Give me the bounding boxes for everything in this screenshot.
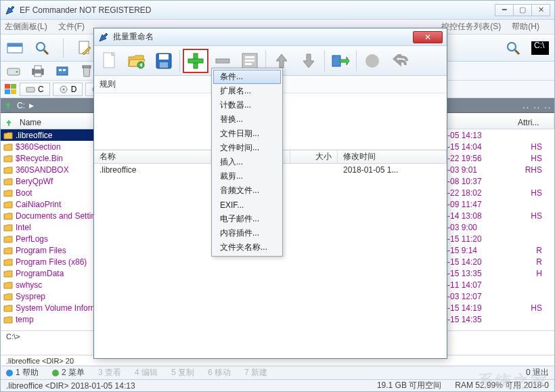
trash-icon[interactable] bbox=[79, 64, 94, 79]
edit-icon[interactable] bbox=[76, 39, 93, 57]
list-item[interactable]: System Volume Inform bbox=[1, 302, 109, 313]
close-button[interactable]: ✕ bbox=[531, 4, 550, 16]
add-rule-button[interactable] bbox=[183, 49, 208, 73]
list-item[interactable]: PerfLogs bbox=[1, 233, 109, 244]
app-icon bbox=[5, 5, 16, 16]
file-time: -09 11:47 bbox=[447, 200, 503, 209]
list-item[interactable]: -05 14:13 bbox=[447, 129, 554, 141]
find-icon[interactable] bbox=[504, 39, 522, 57]
file-name: Program Files (x86) bbox=[16, 257, 87, 267]
list-item[interactable]: -15 11:20 bbox=[447, 233, 554, 244]
list-item[interactable]: $Recycle.Bin bbox=[1, 152, 109, 164]
fn-menu[interactable]: 2 菜单 bbox=[52, 367, 85, 378]
list-item[interactable]: 360SANDBOX bbox=[1, 164, 109, 175]
dialog-close-button[interactable]: ✕ bbox=[413, 31, 443, 43]
list-item[interactable]: -22 19:56HS bbox=[447, 152, 554, 164]
dropdown-item[interactable]: 扩展名... bbox=[213, 84, 281, 98]
dropdown-item[interactable]: EXIF... bbox=[213, 198, 281, 212]
list-item[interactable]: temp bbox=[1, 313, 109, 325]
list-item[interactable]: swhysc bbox=[1, 279, 109, 290]
dropdown-item[interactable]: 替换... bbox=[213, 112, 281, 127]
file-name: Intel bbox=[16, 223, 31, 232]
menu-tasks[interactable]: 控控任务列表(S) bbox=[441, 21, 501, 32]
path-dots[interactable]: .. .. .. bbox=[523, 101, 552, 110]
list-item[interactable]: $360Section bbox=[1, 141, 109, 152]
column-attr[interactable]: Attri... bbox=[514, 116, 554, 129]
toolbar-separator bbox=[356, 50, 357, 72]
dropdown-item[interactable]: 音频文件... bbox=[213, 183, 281, 198]
menu-left-panel[interactable]: 左侧面板(L) bbox=[5, 21, 47, 32]
preview-col-date[interactable]: 修改时间 bbox=[338, 150, 447, 163]
list-item[interactable]: -14 13:08HS bbox=[447, 210, 554, 221]
list-item[interactable]: ProgramData bbox=[1, 267, 109, 279]
windows-icon[interactable] bbox=[5, 84, 17, 95]
fn-move[interactable]: 6 移动 bbox=[208, 367, 231, 378]
list-item[interactable]: .libreoffice bbox=[1, 129, 109, 141]
list-item[interactable]: -03 9:01RHS bbox=[447, 164, 554, 175]
minimize-button[interactable]: ━ bbox=[495, 4, 514, 16]
printer-icon[interactable] bbox=[30, 64, 45, 79]
module-icon[interactable] bbox=[55, 64, 70, 79]
maximize-button[interactable]: ▢ bbox=[513, 4, 532, 16]
list-item[interactable]: -15 14:35 bbox=[447, 313, 554, 325]
save-icon[interactable] bbox=[151, 49, 177, 73]
current-path[interactable]: C: bbox=[17, 101, 25, 110]
list-item[interactable]: -15 14:04HS bbox=[447, 141, 554, 152]
menu-file[interactable]: 文件(F) bbox=[58, 21, 85, 32]
list-item[interactable]: -03 12:07 bbox=[447, 290, 554, 302]
fn-help[interactable]: 1 帮助 bbox=[6, 367, 39, 378]
list-item[interactable]: -15 13:35H bbox=[447, 267, 554, 279]
fn-copy[interactable]: 5 复制 bbox=[171, 367, 194, 378]
list-item[interactable]: -15 9:14R bbox=[447, 244, 554, 256]
dropdown-item[interactable]: 文件时间... bbox=[213, 141, 281, 155]
list-item[interactable]: CaiNiaoPrint bbox=[1, 198, 109, 210]
up-arrow-icon[interactable] bbox=[3, 101, 13, 110]
run-icon[interactable] bbox=[328, 49, 353, 73]
open-folder-icon[interactable] bbox=[124, 49, 150, 73]
svg-rect-22 bbox=[26, 87, 35, 92]
list-item[interactable]: Boot bbox=[1, 187, 109, 198]
list-item[interactable]: -03 9:00 bbox=[447, 221, 554, 233]
fn-exit[interactable]: 0 退出 bbox=[526, 367, 549, 378]
fn-new[interactable]: 7 新建 bbox=[244, 367, 267, 378]
drive-d-button[interactable]: D bbox=[53, 83, 83, 96]
list-item[interactable]: Program Files bbox=[1, 244, 109, 256]
fn-edit[interactable]: 4 编辑 bbox=[135, 367, 158, 378]
fn-view[interactable]: 3 查看 bbox=[98, 367, 121, 378]
left-file-list[interactable]: .libreoffice$360Section$Recycle.Bin360SA… bbox=[1, 129, 109, 355]
file-name: System Volume Inform bbox=[16, 303, 97, 313]
add-rule-dropdown[interactable]: 条件...扩展名...计数器...替换...文件日期...文件时间...插入..… bbox=[211, 68, 283, 257]
drive-c-button[interactable]: C bbox=[20, 83, 50, 96]
up-icon[interactable] bbox=[5, 118, 13, 127]
drive-icon[interactable] bbox=[6, 64, 21, 79]
svg-point-5 bbox=[508, 43, 516, 51]
list-item[interactable]: -08 10:37 bbox=[447, 175, 554, 187]
new-doc-icon[interactable] bbox=[97, 49, 123, 73]
list-item[interactable]: -11 14:07 bbox=[447, 279, 554, 290]
search-icon[interactable] bbox=[33, 39, 51, 57]
dropdown-item[interactable]: 条件... bbox=[213, 70, 281, 84]
right-details-list[interactable]: -05 14:13-15 14:04HS-22 19:56HS-03 9:01R… bbox=[447, 129, 554, 355]
list-item[interactable]: Sysprep bbox=[1, 290, 109, 302]
list-item[interactable]: -15 14:19HS bbox=[447, 302, 554, 313]
list-item[interactable]: -09 11:47 bbox=[447, 198, 554, 210]
preview-col-size[interactable]: 大小 bbox=[290, 150, 338, 163]
terminal-icon[interactable]: C:\ bbox=[531, 39, 549, 57]
dropdown-item[interactable]: 插入... bbox=[213, 155, 281, 169]
list-item[interactable]: Program Files (x86) bbox=[1, 256, 109, 267]
list-item[interactable]: BeryQpWf bbox=[1, 175, 109, 187]
dropdown-item[interactable]: 裁剪... bbox=[213, 169, 281, 183]
dropdown-item[interactable]: 电子邮件... bbox=[213, 212, 281, 226]
list-item[interactable]: -15 14:20R bbox=[447, 256, 554, 267]
dropdown-item[interactable]: 文件夹名称... bbox=[213, 240, 281, 255]
toolbar-icon-1[interactable] bbox=[6, 39, 24, 57]
dropdown-item[interactable]: 文件日期... bbox=[213, 127, 281, 141]
dropdown-item[interactable]: 内容插件... bbox=[213, 226, 281, 240]
menu-help[interactable]: 帮助(H) bbox=[512, 21, 539, 32]
dropdown-item[interactable]: 计数器... bbox=[213, 98, 281, 112]
list-item[interactable]: Intel bbox=[1, 221, 109, 233]
undo-icon[interactable] bbox=[386, 49, 412, 73]
list-item[interactable]: -22 18:02HS bbox=[447, 187, 554, 198]
move-down-icon[interactable] bbox=[296, 49, 321, 73]
list-item[interactable]: Documents and Setting bbox=[1, 210, 109, 221]
